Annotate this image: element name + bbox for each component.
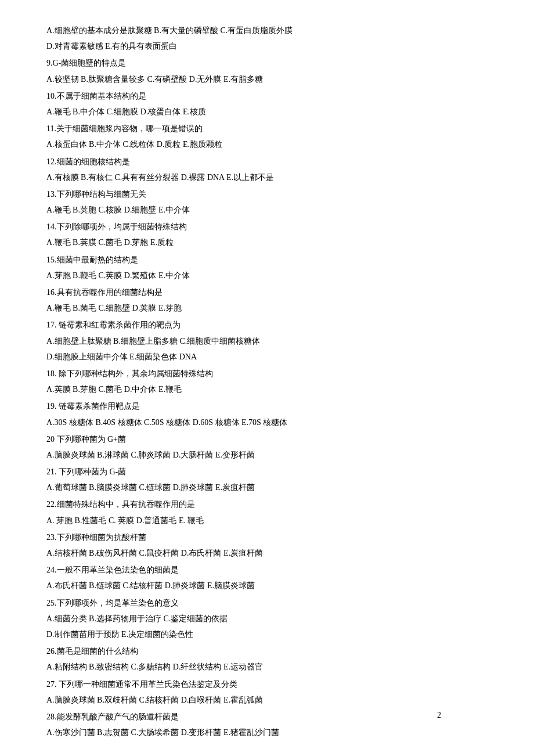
question-24-options: A.布氏杆菌 B.链球菌 C.结核杆菌 D.肺炎球菌 E.脑膜炎球菌 bbox=[46, 578, 488, 593]
question-16-text: 16.具有抗吞噬作用的细菌结构是 bbox=[46, 285, 488, 300]
question-17-options2: D.细胞膜上细菌中介体 E.细菌染色体 DNA bbox=[46, 350, 488, 364]
question-block-9: 9.G-菌细胞壁的特点是 A.较坚韧 B.肽聚糖含量较多 C.有磷壁酸 D.无外… bbox=[46, 56, 488, 86]
question-11-options: A.核蛋白体 B.中介体 C.线粒体 D.质粒 E.胞质颗粒 bbox=[46, 137, 488, 152]
question-18-text: 18. 除下列哪种结构外，其余均属细菌特殊结构 bbox=[46, 366, 488, 381]
question-18-options: A.荚膜 B.芽胞 C.菌毛 D.中介体 E.鞭毛 bbox=[46, 382, 488, 397]
question-17-options1: A.细胞壁上肽聚糖 B.细胞壁上脂多糖 C.细胞质中细菌核糖体 bbox=[46, 334, 488, 348]
question-block-25: 25.下列哪项外，均是革兰染色的意义 A.细菌分类 B.选择药物用于治疗 C.鉴… bbox=[46, 596, 488, 642]
question-28-options: A.伤寒沙门菌 B.志贺菌 C.大肠埃希菌 D.变形杆菌 E.猪霍乱沙门菌 bbox=[46, 725, 488, 740]
question-block-11: 11.关于细菌细胞浆内容物，哪一项是错误的 A.核蛋白体 B.中介体 C.线粒体… bbox=[46, 121, 488, 152]
question-block-20: 20 下列哪种菌为 G+菌 A.脑膜炎球菌 B.淋球菌 C.肺炎球菌 D.大肠杆… bbox=[46, 432, 488, 462]
question-17-text: 17. 链霉素和红霉素杀菌作用的靶点为 bbox=[46, 318, 488, 332]
question-block-10: 10.不属于细菌基本结构的是 A.鞭毛 B.中介体 C.细胞膜 D.核蛋白体 E… bbox=[46, 89, 488, 119]
question-block-15: 15.细菌中最耐热的结构是 A.芽胞 B.鞭毛 C.荚膜 D.繁殖体 E.中介体 bbox=[46, 253, 488, 283]
question-24-text: 24.一般不用革兰染色法染色的细菌是 bbox=[46, 563, 488, 577]
question-block-13: 13.下列哪种结构与细菌无关 A.鞭毛 B.荚胞 C.核膜 D.细胞壁 E.中介… bbox=[46, 187, 488, 217]
question-block-24: 24.一般不用革兰染色法染色的细菌是 A.布氏杆菌 B.链球菌 C.结核杆菌 D… bbox=[46, 563, 488, 593]
question-block-12: 12.细菌的细胞核结构是 A.有核膜 B.有核仁 C.具有有丝分裂器 D.裸露 … bbox=[46, 154, 488, 185]
question-block-28: 28.能发酵乳酸产酸产气的肠道杆菌是 A.伤寒沙门菌 B.志贺菌 C.大肠埃希菌… bbox=[46, 710, 488, 740]
question-19-options: A.30S 核糖体 B.40S 核糖体 C.50S 核糖体 D.60S 核糖体 … bbox=[46, 415, 488, 430]
question-15-text: 15.细菌中最耐热的结构是 bbox=[46, 253, 488, 267]
question-9-options: A.较坚韧 B.肽聚糖含量较多 C.有磷壁酸 D.无外膜 E.有脂多糖 bbox=[46, 72, 488, 87]
question-22-options: A. 芽胞 B.性菌毛 C. 荚膜 D.普通菌毛 E. 鞭毛 bbox=[46, 513, 488, 528]
question-block-prelude: A.细胞壁的基本成分是肽聚糖 B.有大量的磷壁酸 C.有蛋白质脂质外膜 D.对青… bbox=[46, 23, 488, 53]
prelude-line2: D.对青霉素敏感 E.有的具有表面蛋白 bbox=[46, 39, 488, 53]
question-26-text: 26.菌毛是细菌的什么结构 bbox=[46, 644, 488, 658]
question-12-options: A.有核膜 B.有核仁 C.具有有丝分裂器 D.裸露 DNA E.以上都不是 bbox=[46, 170, 488, 185]
question-block-21: 21. 下列哪种菌为 G-菌 A.葡萄球菌 B.脑膜炎球菌 C.链球菌 D.肺炎… bbox=[46, 465, 488, 495]
question-23-options: A.结核杆菌 B.破伤风杆菌 C.鼠疫杆菌 D.布氏杆菌 E.炭疽杆菌 bbox=[46, 546, 488, 560]
question-13-text: 13.下列哪种结构与细菌无关 bbox=[46, 187, 488, 201]
question-block-14: 14.下列除哪项外，均属于细菌特殊结构 A.鞭毛 B.荚膜 C.菌毛 D.芽胞 … bbox=[46, 219, 488, 250]
question-block-23: 23.下列哪种细菌为抗酸杆菌 A.结核杆菌 B.破伤风杆菌 C.鼠疫杆菌 D.布… bbox=[46, 530, 488, 560]
question-block-16: 16.具有抗吞噬作用的细菌结构是 A.鞭毛 B.菌毛 C.细胞壁 D.荚膜 E.… bbox=[46, 285, 488, 315]
question-16-options: A.鞭毛 B.菌毛 C.细胞壁 D.荚膜 E.芽胞 bbox=[46, 301, 488, 315]
question-23-text: 23.下列哪种细菌为抗酸杆菌 bbox=[46, 530, 488, 545]
question-27-options: A.脑膜炎球菌 B.双歧杆菌 C.结核杆菌 D.白喉杆菌 E.霍乱弧菌 bbox=[46, 693, 488, 707]
question-20-text: 20 下列哪种菌为 G+菌 bbox=[46, 432, 488, 447]
question-28-text: 28.能发酵乳酸产酸产气的肠道杆菌是 bbox=[46, 710, 488, 724]
question-21-text: 21. 下列哪种菌为 G-菌 bbox=[46, 465, 488, 479]
question-block-27: 27. 下列哪一种细菌通常不用革兰氏染色法鉴定及分类 A.脑膜炎球菌 B.双歧杆… bbox=[46, 677, 488, 707]
question-9-text: 9.G-菌细胞壁的特点是 bbox=[46, 56, 488, 70]
question-14-text: 14.下列除哪项外，均属于细菌特殊结构 bbox=[46, 219, 488, 234]
question-21-options: A.葡萄球菌 B.脑膜炎球菌 C.链球菌 D.肺炎球菌 E.炭疽杆菌 bbox=[46, 480, 488, 495]
question-26-options: A.粘附结构 B.致密结构 C.多糖结构 D.纤丝状结构 E.运动器官 bbox=[46, 660, 488, 674]
question-25-text: 25.下列哪项外，均是革兰染色的意义 bbox=[46, 596, 488, 610]
question-block-26: 26.菌毛是细菌的什么结构 A.粘附结构 B.致密结构 C.多糖结构 D.纤丝状… bbox=[46, 644, 488, 674]
question-13-options: A.鞭毛 B.荚胞 C.核膜 D.细胞壁 E.中介体 bbox=[46, 203, 488, 217]
question-10-text: 10.不属于细菌基本结构的是 bbox=[46, 89, 488, 103]
question-25-options2: D.制作菌苗用于预防 E.决定细菌的染色性 bbox=[46, 627, 488, 642]
question-11-text: 11.关于细菌细胞浆内容物，哪一项是错误的 bbox=[46, 121, 488, 136]
question-22-text: 22.细菌特殊结构中，具有抗吞噬作用的是 bbox=[46, 497, 488, 512]
question-block-22: 22.细菌特殊结构中，具有抗吞噬作用的是 A. 芽胞 B.性菌毛 C. 荚膜 D… bbox=[46, 497, 488, 527]
question-10-options: A.鞭毛 B.中介体 C.细胞膜 D.核蛋白体 E.核质 bbox=[46, 105, 488, 119]
question-12-text: 12.细菌的细胞核结构是 bbox=[46, 154, 488, 169]
question-19-text: 19. 链霉素杀菌作用靶点是 bbox=[46, 399, 488, 413]
question-15-options: A.芽胞 B.鞭毛 C.荚膜 D.繁殖体 E.中介体 bbox=[46, 268, 488, 283]
page-number: 2 bbox=[437, 708, 441, 722]
question-27-text: 27. 下列哪一种细菌通常不用革兰氏染色法鉴定及分类 bbox=[46, 677, 488, 692]
question-14-options: A.鞭毛 B.荚膜 C.菌毛 D.芽胞 E.质粒 bbox=[46, 235, 488, 250]
question-25-options1: A.细菌分类 B.选择药物用于治疗 C.鉴定细菌的依据 bbox=[46, 611, 488, 626]
question-block-17: 17. 链霉素和红霉素杀菌作用的靶点为 A.细胞壁上肽聚糖 B.细胞壁上脂多糖 … bbox=[46, 318, 488, 364]
question-20-options: A.脑膜炎球菌 B.淋球菌 C.肺炎球菌 D.大肠杆菌 E.变形杆菌 bbox=[46, 448, 488, 462]
question-block-19: 19. 链霉素杀菌作用靶点是 A.30S 核糖体 B.40S 核糖体 C.50S… bbox=[46, 399, 488, 429]
prelude-line1: A.细胞壁的基本成分是肽聚糖 B.有大量的磷壁酸 C.有蛋白质脂质外膜 bbox=[46, 23, 488, 38]
page-content: A.细胞壁的基本成分是肽聚糖 B.有大量的磷壁酸 C.有蛋白质脂质外膜 D.对青… bbox=[46, 23, 488, 740]
question-block-18: 18. 除下列哪种结构外，其余均属细菌特殊结构 A.荚膜 B.芽胞 C.菌毛 D… bbox=[46, 366, 488, 397]
